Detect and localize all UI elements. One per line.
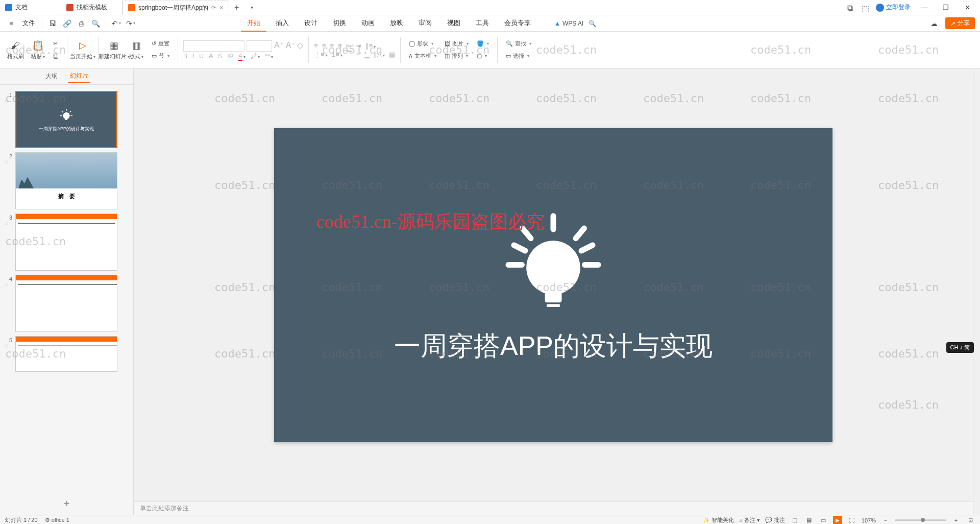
sorter-view-icon[interactable]: ▦ (804, 516, 814, 525)
tab-templates[interactable]: 找稻壳模板 (61, 1, 122, 15)
add-slide-button[interactable]: + (0, 493, 133, 515)
maximize-button[interactable]: ❐ (938, 0, 953, 15)
slide-thumbnail-3[interactable]: ▬▬▬▬▬▬▬▬▬▬▬▬▬▬▬▬▬▬▬▬▬▬▬▬▬▬▬▬▬▬▬▬▬▬▬▬▬▬ (15, 213, 117, 271)
normal-view-icon[interactable]: ▢ (790, 516, 799, 525)
zoom-slider[interactable] (895, 519, 946, 521)
find-button[interactable]: 🔍 查找▾ (503, 38, 534, 50)
decrease-font-icon[interactable]: A⁻ (286, 40, 296, 52)
close-icon[interactable]: × (219, 4, 223, 12)
thumbnail-item[interactable]: 3☆ ▬▬▬▬▬▬▬▬▬▬▬▬▬▬▬▬▬▬▬▬▬▬▬▬▬▬▬▬▬▬▬▬▬▬▬▬▬… (0, 211, 133, 273)
indent-left-icon[interactable]: ⇤ (346, 42, 352, 50)
office-status[interactable]: ⚙ office 1 (45, 517, 69, 523)
align-center-icon[interactable]: ≡ (322, 42, 326, 50)
strikethrough-button[interactable]: A̶ (209, 53, 213, 60)
copy-button[interactable]: ⿻ (50, 51, 62, 62)
font-color-button[interactable]: A▾ (238, 53, 246, 60)
add-tab-button[interactable]: + (229, 3, 244, 12)
reading-view-icon[interactable]: ▭ (819, 516, 828, 525)
align-right-icon[interactable]: ≡ (330, 42, 334, 50)
ribbon-tab-design[interactable]: 设计 (298, 15, 324, 32)
thumbnail-item[interactable]: 5☆ ▬▬▬▬▬▬▬▬▬▬▬▬▬▬▬▬▬▬▬▬▬▬▬▬▬▬▬▬▬▬▬▬▬▬▬▬▬… (0, 334, 133, 374)
columns-icon[interactable]: ▤ (389, 51, 395, 58)
refresh-icon[interactable]: ⟳ (211, 5, 216, 11)
star-icon[interactable]: ☆ (4, 282, 10, 288)
ribbon-tab-slideshow[interactable]: 放映 (384, 15, 409, 32)
shape-button[interactable]: ◯ 形状▾ (406, 38, 439, 50)
line-spacing-icon[interactable]: ‖≡▾ (365, 42, 376, 50)
link-icon[interactable]: 🔗 (61, 17, 73, 30)
share-button[interactable]: ↗ 分享 (945, 17, 975, 29)
notes-toggle[interactable]: ≡ 备注 ▾ (739, 516, 760, 524)
ribbon-tab-animation[interactable]: 动画 (355, 15, 381, 32)
slides-tab[interactable]: 幻灯片 (68, 69, 90, 83)
zoom-level[interactable]: 107% (862, 517, 876, 523)
italic-button[interactable]: I (192, 53, 194, 60)
thumbnail-item[interactable]: 2☆ 摘 要 (0, 150, 133, 211)
beautify-button[interactable]: ✨ 智能美化 (703, 516, 734, 524)
paste-button[interactable]: 📋 粘贴▾ (28, 39, 48, 60)
outline-color-button[interactable]: ▢▾ (474, 51, 492, 62)
wps-ai-button[interactable]: ▲ WPS AI 🔍 (554, 20, 596, 27)
slide-thumbnail-5[interactable]: ▬▬▬▬▬▬▬▬▬▬▬▬▬▬▬▬▬▬▬▬▬▬▬▬▬▬▬▬▬▬▬▬▬▬▬▬▬▬▬▬… (15, 336, 117, 372)
comments-toggle[interactable]: 💬 批注 (765, 516, 785, 524)
new-slide-button[interactable]: ▦ 新建幻灯片▾ (104, 39, 124, 60)
text-effect-button[interactable]: ᴬᴬ▾ (265, 53, 273, 60)
bold-button[interactable]: B (183, 53, 187, 60)
ribbon-tab-start[interactable]: 开始 (241, 15, 266, 32)
textbox-button[interactable]: A 文本框▾ (406, 51, 439, 62)
superscript-button[interactable]: X² (227, 53, 233, 60)
ribbon-tab-insert[interactable]: 插入 (270, 15, 295, 32)
arrange-button[interactable]: ◫ 排列▾ (442, 51, 472, 62)
slide-thumbnail-2[interactable]: 摘 要 (15, 152, 117, 209)
save-icon[interactable]: 🖫 (46, 17, 59, 30)
ribbon-tab-member[interactable]: 会员专享 (498, 15, 537, 32)
star-icon[interactable]: ☆ (4, 98, 10, 104)
increase-font-icon[interactable]: A⁺ (274, 40, 284, 52)
thumbnail-item[interactable]: 4☆ ▬▬▬▬▬▬▬▬▬▬▬▬▬▬▬▬▬▬▬▬▬▬▬▬▬▬▬▬▬▬▬▬▬▬▬▬▬… (0, 273, 133, 334)
ribbon-tab-view[interactable]: 视图 (441, 15, 467, 32)
fit-icon[interactable]: ⛶ (847, 516, 856, 525)
numbering-icon[interactable]: 1≡▾ (332, 51, 342, 58)
highlight-button[interactable]: 🖍▾ (251, 53, 260, 60)
tab-documents[interactable]: 文档 (0, 1, 61, 15)
valign-top-icon[interactable]: ▔ (347, 51, 352, 58)
search-icon[interactable]: 🔍 (589, 20, 596, 27)
ribbon-tab-tools[interactable]: 工具 (470, 15, 495, 32)
outline-tab[interactable]: 大纲 (43, 70, 60, 83)
thumbnail-item[interactable]: 1☆ 一周穿搭APP的设计与实现 (0, 89, 133, 150)
clear-format-icon[interactable]: ◇ (297, 40, 303, 52)
slide-title-text[interactable]: 一周穿搭APP的设计与实现 (394, 328, 713, 364)
vertical-scrollbar[interactable] (973, 68, 980, 515)
print-icon[interactable]: ⎙ (75, 17, 87, 30)
from-current-button[interactable]: ▷ 当页开始▾ (72, 39, 93, 60)
star-icon[interactable]: ☆ (4, 159, 10, 165)
slide-counter[interactable]: 幻灯片 1 / 20 (5, 516, 38, 524)
layout-button[interactable]: ▥ 版式▾ (126, 39, 146, 60)
bullets-icon[interactable]: ⋮≡▾ (314, 51, 328, 58)
hamburger-icon[interactable]: ≡ (5, 17, 17, 30)
tab-menu-button[interactable]: ▾ (244, 5, 260, 10)
picture-button[interactable]: 🖼 图片▾ (442, 38, 472, 50)
slide-thumbnail-4[interactable]: ▬▬▬▬▬▬▬▬▬▬▬▬▬▬▬▬▬▬▬▬▬▬▬▬▬▬▬▬▬▬▬▬▬▬▬▬▬▬▬▬… (15, 275, 117, 332)
align-left-icon[interactable]: ≡ (314, 42, 318, 50)
thumbnail-list[interactable]: 1☆ 一周穿搭APP的设计与实现 2☆ 摘 要 3☆ ▬▬▬▬▬▬▬▬▬▬▬▬▬… (0, 85, 133, 493)
redo-icon[interactable]: ↷▾ (125, 17, 137, 30)
text-direction-icon[interactable]: ‖A▾ (374, 51, 385, 58)
minimize-button[interactable]: — (917, 0, 932, 15)
section-button[interactable]: ▭ 节▾ (149, 51, 173, 62)
star-icon[interactable]: ☆ (4, 221, 10, 226)
tab-current-file[interactable]: springboot一周穿搭App的 ⟳ × (122, 1, 229, 15)
format-brush-button[interactable]: 🖌 格式刷 (5, 39, 26, 60)
cut-button[interactable]: ✂ (50, 38, 62, 50)
ribbon-tab-review[interactable]: 审阅 (412, 15, 438, 32)
reset-button[interactable]: ↺ 重置 (149, 38, 173, 50)
preview-icon[interactable]: 🔍 (89, 17, 102, 30)
notes-input[interactable]: 单击此处添加备注 (134, 502, 973, 515)
underline-button[interactable]: U (199, 53, 204, 60)
ribbon-tab-transition[interactable]: 切换 (327, 15, 352, 32)
strike-button[interactable]: S (218, 53, 222, 60)
zoom-in-icon[interactable]: + (951, 516, 961, 525)
close-window-button[interactable]: ✕ (960, 0, 975, 15)
star-icon[interactable]: ☆ (4, 343, 10, 349)
indent-right-icon[interactable]: ⇥ (356, 42, 361, 50)
